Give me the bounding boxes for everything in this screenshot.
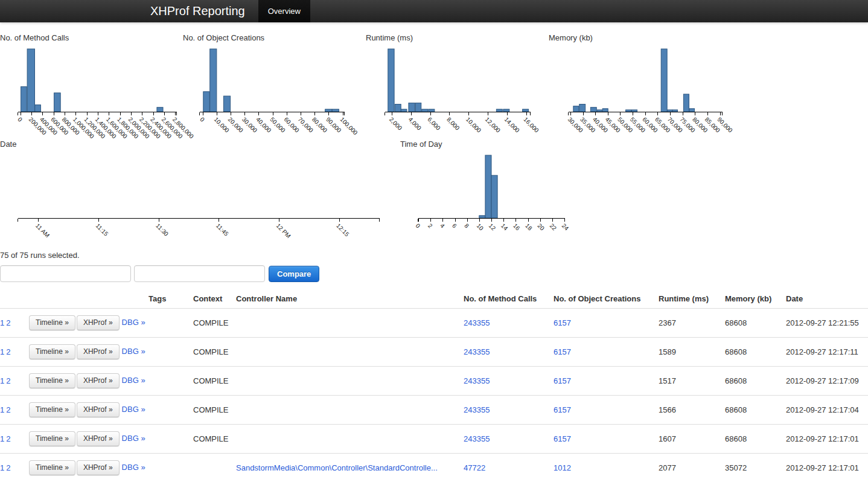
context-value: COMPILE: [193, 434, 229, 443]
chart-runtime-plot: 2,0004,0006,0008,00010,00012,00014,00016…: [366, 47, 547, 149]
histogram-bar: [157, 108, 163, 112]
histogram-bar: [491, 175, 497, 218]
run-page-1-link[interactable]: 1: [0, 376, 4, 385]
chart-memory-plot: 30,00035,00040,00045,00050,00055,00060,0…: [549, 47, 733, 149]
chart-title-method-calls: No. of Method Calls: [0, 33, 181, 44]
chart-date: Date11 AM11:1511:3011:4512 PM12:15: [0, 140, 392, 255]
tags-cell: [148, 454, 193, 479]
object-creations-link[interactable]: 1012: [554, 463, 571, 472]
object-creations-cell: 6157: [554, 338, 659, 367]
run-page-1-link[interactable]: 1: [0, 434, 4, 443]
memory-value: 68608: [725, 376, 747, 385]
xhprof-button[interactable]: XHProf »: [77, 402, 120, 417]
xhprof-button[interactable]: XHProf »: [77, 431, 120, 446]
histogram-bar: [21, 86, 27, 112]
axis-tick: 12,000: [484, 116, 502, 134]
table-row: 12Timeline »XHProf »DBG »COMPILE24335561…: [0, 367, 868, 396]
chart-date-plot: 11 AM11:1511:3011:4512 PM12:15: [0, 153, 392, 255]
timeline-button[interactable]: Timeline »: [29, 431, 75, 446]
chart-object-creations: No. of Object Creations010,00020,00030,0…: [183, 33, 364, 149]
context-cell: COMPILE: [193, 396, 236, 425]
object-creations-link[interactable]: 6157: [554, 318, 571, 327]
timeline-button[interactable]: Timeline »: [29, 460, 75, 475]
date-value: 2012-09-27 12:17:04: [786, 405, 859, 414]
histogram-bar: [422, 109, 428, 112]
run-page-1-link[interactable]: 1: [0, 405, 4, 414]
controller-cell: [236, 338, 464, 367]
axis-tick-label: 16,000: [522, 116, 540, 134]
axis-tick-label: 8: [463, 222, 470, 230]
axis-tick: 14,000: [503, 116, 521, 134]
histogram-bar: [325, 109, 332, 112]
axis-tick-label: 4: [439, 222, 446, 230]
dbg-link[interactable]: DBG »: [122, 318, 145, 327]
compare-button[interactable]: Compare: [269, 266, 319, 282]
object-creations-link[interactable]: 6157: [554, 405, 571, 414]
context-value: COMPILE: [193, 347, 229, 356]
compare-run-a-input[interactable]: [0, 265, 131, 282]
run-page-2-link[interactable]: 2: [6, 434, 10, 443]
runtime-cell: 1607: [659, 425, 725, 454]
date-cell: 2012-09-27 12:17:01: [786, 454, 868, 479]
dbg-link[interactable]: DBG »: [122, 376, 145, 385]
memory-cell: 68608: [725, 367, 786, 396]
run-actions-cell: Timeline »XHProf »DBG »: [29, 309, 148, 338]
run-pages-cell: 12: [0, 396, 29, 425]
dbg-link[interactable]: DBG »: [122, 463, 145, 472]
run-page-1-link[interactable]: 1: [0, 463, 4, 472]
date-value: 2012-09-27 12:17:01: [786, 434, 859, 443]
memory-value: 68608: [725, 318, 747, 327]
dbg-link[interactable]: DBG »: [122, 434, 145, 443]
dbg-link[interactable]: DBG »: [122, 347, 145, 356]
axis-tick-label: 2,000: [388, 116, 404, 132]
navbar-container: XHProf Reporting Overview: [150, 0, 718, 22]
timeline-button[interactable]: Timeline »: [29, 315, 75, 330]
context-value: COMPILE: [193, 318, 229, 327]
run-page-2-link[interactable]: 2: [6, 405, 10, 414]
column-header-tags: Tags: [148, 289, 193, 309]
tags-cell: [148, 425, 193, 454]
memory-cell: 68608: [725, 309, 786, 338]
timeline-button[interactable]: Timeline »: [29, 373, 75, 388]
run-page-2-link[interactable]: 2: [6, 318, 10, 327]
run-page-2-link[interactable]: 2: [6, 463, 10, 472]
method-calls-link[interactable]: 243355: [464, 434, 490, 443]
method-calls-cell: 243355: [464, 338, 554, 367]
controller-link[interactable]: SandstormMedia\Common\Controller\Standar…: [236, 463, 438, 472]
object-creations-cell: 6157: [554, 425, 659, 454]
axis-tick: 11 AM: [34, 222, 51, 239]
tab-overview[interactable]: Overview: [258, 0, 310, 22]
runtime-value: 2077: [659, 463, 676, 472]
object-creations-link[interactable]: 6157: [554, 376, 571, 385]
axis-tick: 6: [451, 222, 458, 230]
axis-tick-label: 0: [199, 116, 206, 123]
compare-run-b-input[interactable]: [134, 265, 265, 282]
xhprof-button[interactable]: XHProf »: [77, 315, 120, 330]
column-header-memory-kb: Memory (kb): [725, 289, 786, 309]
run-page-1-link[interactable]: 1: [0, 347, 4, 356]
method-calls-link[interactable]: 47722: [464, 463, 485, 472]
memory-cell: 68608: [725, 425, 786, 454]
xhprof-button[interactable]: XHProf »: [77, 373, 120, 388]
timeline-button[interactable]: Timeline »: [29, 344, 75, 359]
column-header-runtime-ms: Runtime (ms): [659, 289, 725, 309]
method-calls-link[interactable]: 243355: [464, 318, 490, 327]
method-calls-cell: 47722: [464, 454, 554, 479]
object-creations-link[interactable]: 6157: [554, 347, 571, 356]
object-creations-link[interactable]: 6157: [554, 434, 571, 443]
method-calls-link[interactable]: 243355: [464, 405, 490, 414]
histogram-bar: [689, 109, 695, 112]
method-calls-link[interactable]: 243355: [464, 376, 490, 385]
run-page-2-link[interactable]: 2: [6, 376, 10, 385]
dbg-link[interactable]: DBG »: [122, 405, 145, 414]
column-header-no-of-object-creations: No. of Object Creations: [554, 289, 659, 309]
axis-tick-label: 12: [488, 222, 497, 232]
run-page-2-link[interactable]: 2: [6, 347, 10, 356]
xhprof-button[interactable]: XHProf »: [77, 344, 120, 359]
column-header-controller-name: Controller Name: [236, 289, 464, 309]
method-calls-link[interactable]: 243355: [464, 347, 490, 356]
runtime-cell: 1589: [659, 338, 725, 367]
xhprof-button[interactable]: XHProf »: [77, 460, 120, 475]
timeline-button[interactable]: Timeline »: [29, 402, 75, 417]
run-page-1-link[interactable]: 1: [0, 318, 4, 327]
